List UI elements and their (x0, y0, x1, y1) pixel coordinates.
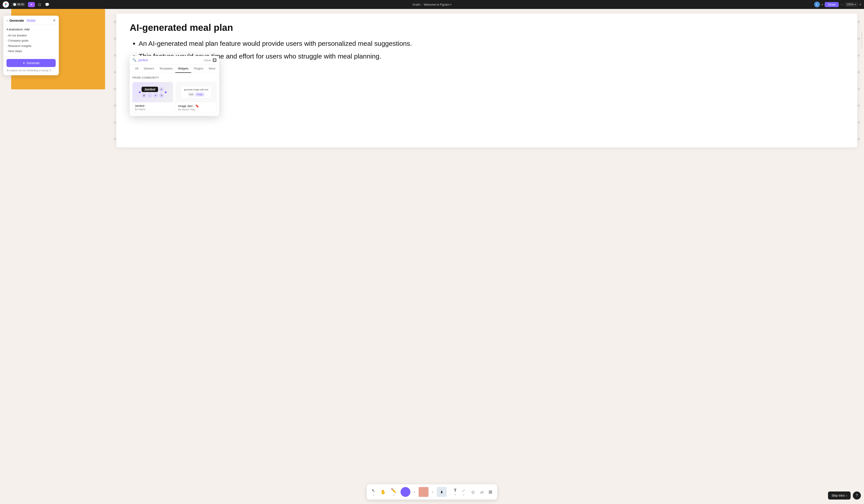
connector-dot (113, 21, 116, 23)
tab-all[interactable]: All (132, 64, 141, 73)
generate-panel: ‹ Generate AI beta ✕ A brainstorm. Add -… (3, 16, 59, 75)
connector-dot (113, 138, 116, 140)
zoom-control[interactable]: 200% ▾ (845, 2, 857, 7)
device-icon: 📱 (440, 491, 443, 493)
zoom-level: 200% (847, 3, 854, 6)
topbar-center: Drafts / Welcome to FigJam ▾ (412, 3, 452, 6)
purple-circle-shape (400, 487, 410, 497)
time-badge: 🕐 06:00 (11, 2, 26, 7)
breadcrumb-title[interactable]: Welcome to FigJam ▾ (424, 3, 452, 6)
prompt-list: - An ice breaker - Company goals - Resea… (7, 33, 56, 54)
widget-grid: Jambot ⚙ ✿ ↓ ✦ ⚙ (132, 82, 216, 113)
toolbar-frame-tool[interactable]: ▱ (479, 488, 485, 495)
connector-dot (857, 138, 860, 140)
avatar-initial: L (816, 3, 818, 6)
toolbar-grid-tool[interactable]: ⊞ (487, 488, 494, 495)
jambot-icon-gear: ⚙ (159, 87, 164, 92)
jambot-name-text: Jambot (135, 104, 144, 108)
breadcrumb-drafts[interactable]: Drafts (412, 3, 420, 6)
search-input[interactable]: jambot (139, 58, 202, 62)
connector-dot (857, 37, 860, 40)
toolbar-hand-expand[interactable]: ∧ (431, 489, 434, 495)
generate-label: Generate (27, 61, 39, 65)
toolbar-select-tool[interactable]: ↖ ∧ (370, 487, 377, 497)
toolbar-connector-tool[interactable]: ⟋ ∧ (459, 487, 468, 497)
widget-card-jambot[interactable]: Jambot ⚙ ✿ ↓ ✦ ⚙ (132, 82, 173, 113)
time-display: 06:00 (17, 3, 24, 6)
skip-intro-button[interactable]: Skip intro › (828, 491, 851, 500)
main-content-area: AI-generated meal plan An AI-generated m… (116, 13, 857, 147)
imagejam-name-text: Image Jam (178, 105, 193, 108)
generate-button[interactable]: ✦ Generate (7, 59, 56, 67)
prompt-item-2: - Company goals (7, 38, 56, 43)
hand-expand-icon: ∧ (432, 491, 434, 494)
bullet-list: An AI-generated meal plan feature would … (130, 38, 844, 61)
topbar-left: 🕐 06:00 ✦ ⊡ 💬 (3, 1, 50, 8)
jambot-preview: Jambot ⚙ ✿ ↓ ✦ ⚙ (133, 82, 173, 102)
toolbar-shape-purple[interactable] (399, 486, 411, 498)
toolbar-pen-tool[interactable]: ✏️ ∧ (389, 487, 398, 497)
zoom-plus-button[interactable]: + (859, 2, 861, 7)
clear-button[interactable]: Clear (204, 59, 211, 62)
help-button[interactable]: ? (853, 491, 861, 500)
pen-icon: ✏️ (391, 488, 396, 493)
figma-logo[interactable] (3, 1, 9, 8)
widget-card-imagejam[interactable]: generate image with text text image Imag… (176, 82, 216, 113)
tab-plugins[interactable]: Plugins (191, 64, 206, 73)
select-expand: ∧ (373, 494, 374, 496)
layout-icon[interactable]: ⊡ (37, 2, 42, 7)
toolbar-text-tool[interactable]: T ∧ (452, 487, 458, 496)
tab-widgets[interactable]: Widgets (175, 64, 191, 73)
info-icon[interactable]: ⓘ (49, 69, 52, 72)
close-button[interactable]: ✕ (53, 18, 56, 23)
device-shape-preview: 📱 (437, 487, 446, 497)
disclaimer-text: AI outputs can be misleading or wrong (7, 69, 48, 72)
jambot-connector-left (139, 91, 141, 93)
select-icon: ↖ (372, 488, 375, 493)
file-title: Welcome to FigJam (424, 3, 449, 6)
toolbar-hand-preview[interactable] (418, 486, 429, 498)
connector-dot (857, 121, 860, 124)
text-expand: ∧ (454, 493, 456, 496)
resource-search-button[interactable]: 🔲 (213, 58, 216, 62)
connector-dot (113, 121, 116, 124)
jambot-icon-3: ✦ (153, 93, 158, 98)
connector-dot (857, 71, 860, 74)
prompt-intro: A brainstorm. Add (7, 28, 56, 31)
chat-icon[interactable]: 💬 (44, 2, 50, 7)
bottom-toolbar: ↖ ∧ ✋ ✏️ ∧ ∧ ∧ 📱 T ∧ ⟋ ∧ ☺ ▱ ⊞ (367, 484, 497, 500)
connector-icon: ⟋ (461, 488, 466, 493)
avatar-chevron-icon[interactable]: ▾ (822, 3, 823, 6)
tab-more[interactable]: More (206, 64, 218, 73)
bookmark-button[interactable]: 🔖 (195, 104, 199, 108)
connector-dot (113, 37, 116, 40)
connector-dot (113, 71, 116, 74)
skip-chevron-icon: › (846, 494, 847, 497)
search-body: From Community Jambot ⚙ (130, 73, 219, 116)
text-icon: T (454, 488, 456, 493)
toolbar-hand-tool[interactable]: ✋ (379, 488, 388, 495)
partial-text-1: e feature would allow users to (130, 66, 844, 77)
imagejam-name: Image Jam › 🔖 (178, 104, 214, 108)
imagejam-tag-text: text (188, 93, 194, 97)
toolbar-shape-expand[interactable]: ∧ (412, 489, 416, 495)
sparkle-icon: ✦ (30, 3, 33, 6)
hand-icon: ✋ (380, 489, 386, 495)
jambot-connector-right (165, 91, 167, 93)
generate-title-text: Generate (9, 19, 24, 22)
tab-templates[interactable]: Templates (157, 64, 175, 73)
sparkle-icon-btn: ✦ (23, 61, 25, 65)
back-arrow-icon[interactable]: ‹ (7, 19, 8, 23)
share-button[interactable]: Share (825, 2, 839, 7)
jambot-row: Jambot ⚙ ✿ ↓ ✦ ⚙ (139, 87, 167, 98)
avatar[interactable]: L (814, 2, 820, 8)
connector-dot (113, 54, 116, 57)
ai-button[interactable]: ✦ (28, 2, 35, 7)
toolbar-person-tool[interactable]: ☺ (469, 489, 477, 495)
tab-stickers[interactable]: Stickers (141, 64, 157, 73)
toolbar-device-preview[interactable]: 📱 (436, 486, 447, 498)
prompt-item-3: - Research insights (7, 43, 56, 48)
search-modal: 🔍 jambot Clear 🔲 All Stickers Templates … (130, 56, 219, 116)
help-label: ? (856, 493, 858, 497)
zoom-chevron-icon: ▾ (855, 3, 856, 6)
